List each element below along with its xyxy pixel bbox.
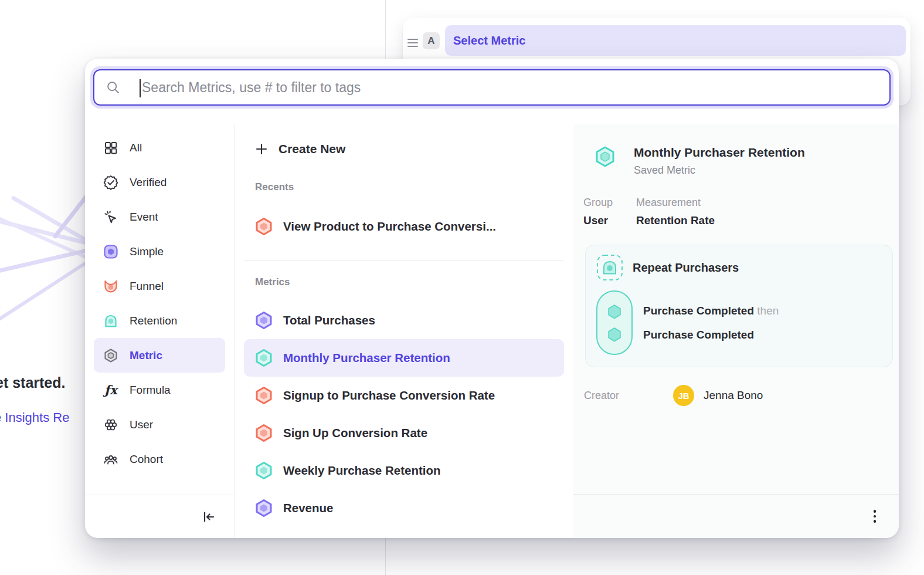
sidebar-item-funnel[interactable]: Funnel <box>94 269 225 303</box>
search-focus-ring <box>90 66 894 109</box>
create-new-button[interactable]: Create New <box>244 133 564 165</box>
select-metric-label: Select Metric <box>453 34 525 48</box>
search-icon <box>106 80 120 94</box>
metric-row-total-purchases[interactable]: Total Purchases <box>244 302 564 339</box>
hexagon-icon <box>254 311 273 330</box>
metric-list-column: Create New Recents View Product to Purch… <box>235 124 573 538</box>
background-link-fragment[interactable]: e Insights Re <box>0 410 69 425</box>
sidebar-item-formula[interactable]: ƒx Formula <box>94 373 225 407</box>
collapse-sidebar-button[interactable] <box>199 507 219 527</box>
sidebar-item-user[interactable]: User <box>94 407 225 442</box>
metric-icon <box>103 348 118 363</box>
event-icon <box>103 209 118 225</box>
sidebar-item-label: Cohort <box>130 453 163 466</box>
filter-sidebar: All Verified <box>85 124 235 538</box>
sidebar-item-label: Retention <box>130 314 177 327</box>
search-input[interactable] <box>120 80 889 96</box>
sidebar-item-label: All <box>130 141 142 154</box>
create-new-label: Create New <box>278 142 345 156</box>
search-box[interactable] <box>93 69 891 106</box>
sidebar-item-label: Simple <box>130 245 164 258</box>
group-value: User <box>583 214 622 227</box>
plus-icon <box>254 142 269 156</box>
metric-row-label: Weekly Purchase Retention <box>283 464 441 478</box>
background-heading-fragment: et started. <box>0 374 65 391</box>
metric-row-weekly-purchase-retention[interactable]: Weekly Purchase Retention <box>244 452 564 489</box>
sidebar-item-label: Event <box>130 211 158 224</box>
more-options-button[interactable] <box>870 506 880 526</box>
detail-header: Monthly Purchaser Retention Saved Metric <box>573 146 899 177</box>
metric-row-revenue[interactable]: Revenue <box>244 489 564 527</box>
creator-name: Jenna Bono <box>704 389 763 402</box>
metric-hexagon-icon <box>594 146 616 168</box>
sidebar-item-label: Verified <box>130 176 167 189</box>
collapse-left-icon <box>201 509 216 525</box>
list-divider <box>244 260 563 261</box>
user-icon <box>103 417 118 432</box>
definition-name: Repeat Purchasers <box>633 261 739 275</box>
creator-row: Creator JB Jenna Bono <box>573 385 899 406</box>
definition-step-2: Purchase Completed <box>643 329 779 341</box>
sidebar-item-metric[interactable]: Metric <box>94 338 225 373</box>
sidebar-item-simple[interactable]: Simple <box>94 234 225 269</box>
metric-row-label: Total Purchases <box>283 313 375 327</box>
sidebar-item-retention[interactable]: Retention <box>94 303 225 338</box>
sidebar-item-verified[interactable]: Verified <box>94 165 225 199</box>
sidebar-item-label: User <box>130 418 153 431</box>
recents-header: Recents <box>255 178 573 196</box>
hexagon-icon <box>254 424 273 442</box>
sidebar-item-event[interactable]: Event <box>94 199 225 234</box>
text-caret <box>140 79 141 97</box>
step-hexagon-icon <box>606 326 623 343</box>
cohort-icon <box>103 452 118 467</box>
detail-footer <box>573 494 899 538</box>
detail-meta: Group User Measurement Retention Rate <box>573 197 899 227</box>
sidebar-item-label: Metric <box>130 349 162 362</box>
simple-icon <box>103 244 118 259</box>
metric-row-monthly-purchaser-retention[interactable]: Monthly Purchaser Retention <box>244 339 564 377</box>
measurement-label: Measurement <box>636 197 715 209</box>
retention-definition-icon <box>596 254 623 281</box>
hexagon-icon <box>254 499 273 518</box>
background-illustration <box>0 147 88 323</box>
hexagon-icon <box>254 461 273 480</box>
recent-metric-row[interactable]: View Product to Purchase Conversi... <box>244 208 564 245</box>
definition-step-1: Purchase Completed then <box>643 305 779 317</box>
metric-detail-panel: Monthly Purchaser Retention Saved Metric… <box>573 124 899 538</box>
metric-row-label: Sign Up Conversion Rate <box>283 426 427 440</box>
metric-picker-modal: All Verified <box>85 59 899 538</box>
verified-icon <box>103 175 118 190</box>
search-zone <box>85 59 899 124</box>
sidebar-item-cohort[interactable]: Cohort <box>94 442 225 476</box>
step-hexagon-icon <box>606 303 623 320</box>
metric-row-signup-to-purchase-conversion-rate[interactable]: Signup to Purchase Conversion Rate <box>244 377 564 414</box>
hexagon-icon <box>254 217 273 236</box>
sidebar-footer <box>85 495 234 538</box>
metric-row-label: Monthly Purchaser Retention <box>283 351 450 365</box>
creator-label: Creator <box>584 390 673 402</box>
detail-title: Monthly Purchaser Retention <box>634 146 805 160</box>
series-letter-badge: A <box>423 32 440 49</box>
funnel-icon <box>103 279 118 294</box>
formula-icon: ƒx <box>103 383 118 398</box>
hexagon-icon <box>254 349 273 367</box>
grid-icon <box>103 140 118 155</box>
sidebar-item-label: Formula <box>130 384 171 397</box>
measurement-value: Retention Rate <box>636 214 715 227</box>
hexagon-icon <box>254 386 273 405</box>
sidebar-item-all[interactable]: All <box>94 130 225 165</box>
drag-handle-icon[interactable] <box>407 39 418 47</box>
sidebar-item-label: Funnel <box>130 280 164 293</box>
detail-subtitle: Saved Metric <box>634 164 805 177</box>
retention-icon <box>103 313 118 329</box>
select-metric-button[interactable]: Select Metric <box>445 25 906 56</box>
retention-steps-capsule <box>596 290 633 355</box>
avatar: JB <box>673 385 694 406</box>
metric-row-label: View Product to Purchase Conversi... <box>283 219 496 234</box>
metrics-header: Metrics <box>255 273 573 291</box>
metric-row-label: Signup to Purchase Conversion Rate <box>283 388 495 402</box>
definition-card: Repeat Purchasers <box>585 245 893 367</box>
metric-row-label: Revenue <box>283 501 333 515</box>
metric-row-sign-up-conversion-rate[interactable]: Sign Up Conversion Rate <box>244 414 564 452</box>
group-label: Group <box>583 197 622 209</box>
